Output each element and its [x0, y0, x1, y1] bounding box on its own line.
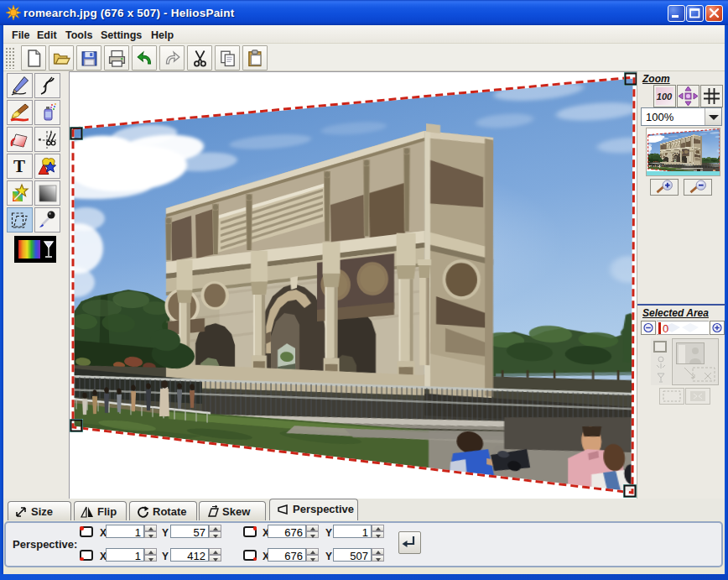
svg-text:T: T: [13, 156, 25, 176]
svg-text:100: 100: [657, 91, 673, 102]
